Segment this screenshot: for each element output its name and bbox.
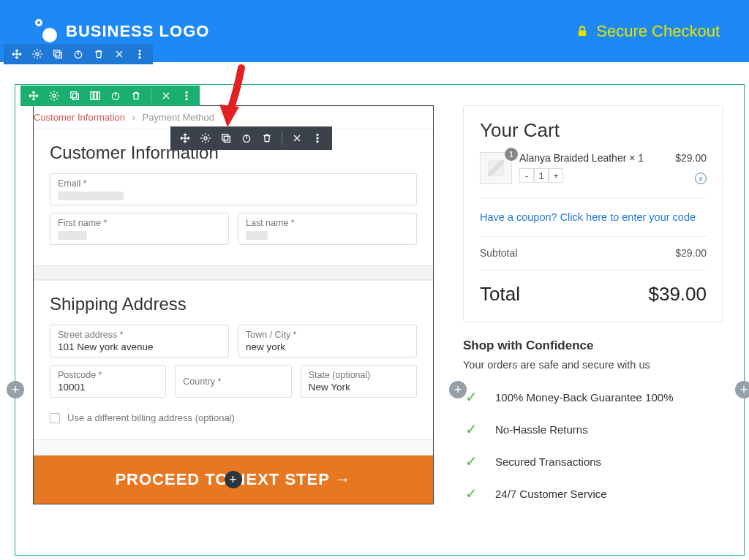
close-icon[interactable] (160, 90, 172, 102)
remove-item-button[interactable]: x (695, 173, 707, 184)
chevron-right-icon: › (132, 112, 135, 123)
check-icon: ✓ (463, 453, 479, 470)
svg-point-24 (317, 141, 318, 143)
move-icon[interactable] (28, 90, 39, 102)
svg-point-16 (186, 95, 187, 97)
power-icon[interactable] (110, 90, 121, 102)
different-billing-checkbox[interactable]: Use a different billing address (optiona… (50, 405, 417, 426)
firstname-field[interactable]: First name * (50, 213, 229, 245)
gear-icon[interactable] (48, 90, 60, 102)
checkout-column[interactable]: Customer Information › Payment Method Cu… (33, 105, 434, 504)
country-field[interactable]: Country * (175, 365, 291, 398)
editor-toolbar-section[interactable] (20, 86, 200, 106)
email-field[interactable]: Email * (50, 173, 417, 205)
benefit-item: ✓Secured Transactions (463, 445, 723, 477)
confidence-block: Shop with Confidence Your orders are saf… (463, 338, 723, 510)
confidence-heading: Shop with Confidence (463, 338, 723, 353)
benefit-item: ✓100% Money-Back Guarantee 100% (463, 381, 723, 413)
svg-rect-10 (72, 94, 78, 99)
svg-point-23 (317, 137, 318, 139)
confidence-sub: Your orders are safe and secure with us (463, 359, 723, 371)
add-element-inline-button[interactable]: + (225, 471, 242, 488)
cart-box: Your Cart 1 Alanya Braided Leather × 1 -… (463, 105, 723, 322)
svg-point-5 (139, 50, 140, 51)
cart-heading: Your Cart (480, 119, 707, 142)
svg-point-6 (139, 53, 140, 55)
check-icon: ✓ (463, 388, 479, 406)
svg-point-18 (204, 137, 207, 140)
postcode-field[interactable]: Postcode * 10001 (50, 365, 166, 398)
add-column-right-button[interactable]: + (735, 381, 749, 398)
qty-minus-button[interactable]: - (519, 168, 534, 183)
subtotal-row: Subtotal $29.00 (480, 237, 707, 270)
svg-rect-2 (54, 50, 60, 56)
close-icon[interactable] (291, 132, 303, 144)
lastname-field[interactable]: Last name * (238, 213, 417, 245)
svg-marker-25 (219, 105, 239, 127)
svg-rect-13 (97, 92, 99, 100)
move-icon[interactable] (179, 132, 191, 144)
columns-icon[interactable] (89, 90, 101, 102)
cart-column: Your Cart 1 Alanya Braided Leather × 1 -… (463, 105, 723, 510)
total-row: Total $39.00 (480, 270, 707, 309)
annotation-arrow-icon (216, 64, 252, 130)
qty-badge: 1 (505, 148, 518, 161)
close-icon[interactable] (113, 48, 125, 60)
svg-rect-19 (222, 135, 228, 140)
benefit-item: ✓24/7 Customer Service (463, 477, 723, 510)
logo-text: BUSINESS LOGO (66, 22, 209, 41)
more-icon[interactable] (134, 48, 146, 60)
lock-icon (576, 25, 589, 38)
check-icon: ✓ (463, 420, 479, 438)
svg-rect-11 (91, 92, 93, 100)
editor-canvas-section[interactable]: + + + Customer Information › Payment Met… (15, 84, 745, 556)
product-name: Alanya Braided Leather × 1 (519, 152, 644, 164)
trash-icon[interactable] (93, 48, 105, 60)
add-column-left-button[interactable]: + (7, 381, 24, 398)
svg-point-22 (317, 134, 318, 135)
svg-rect-20 (224, 136, 230, 142)
svg-point-7 (139, 57, 140, 58)
trash-icon[interactable] (261, 132, 273, 144)
logo-icon (29, 20, 59, 42)
coupon-link[interactable]: Have a coupon? Click here to enter your … (480, 198, 707, 237)
proceed-button[interactable]: PROCEED TO NEXT STEP → + (34, 455, 433, 504)
benefit-item: ✓No-Hassle Returns (463, 413, 723, 445)
quantity-stepper[interactable]: - 1 + (519, 168, 644, 183)
qty-value[interactable]: 1 (534, 168, 549, 183)
street-field[interactable]: Street address * 101 New york avenue (50, 325, 229, 357)
gear-icon[interactable] (200, 132, 211, 144)
svg-point-17 (186, 99, 187, 100)
secure-checkout-badge: Secure Checkout (576, 22, 720, 41)
trash-icon[interactable] (130, 90, 142, 102)
duplicate-icon[interactable] (52, 48, 64, 60)
duplicate-icon[interactable] (220, 132, 232, 144)
move-icon[interactable] (11, 48, 23, 60)
brand-logo: BUSINESS LOGO (29, 20, 209, 42)
svg-point-8 (53, 94, 56, 97)
power-icon[interactable] (72, 48, 84, 60)
svg-point-1 (36, 53, 39, 56)
svg-rect-12 (94, 92, 97, 100)
more-icon[interactable] (181, 90, 192, 102)
breadcrumb-step2[interactable]: Payment Method (143, 112, 214, 123)
check-icon: ✓ (463, 485, 479, 502)
svg-rect-9 (71, 92, 77, 98)
shipping-heading: Shipping Address (50, 294, 417, 314)
svg-rect-3 (56, 52, 61, 58)
gear-icon[interactable] (31, 48, 43, 60)
shipping-panel: Shipping Address Street address * 101 Ne… (34, 280, 433, 439)
editor-toolbar-page[interactable] (4, 44, 153, 64)
power-icon[interactable] (241, 132, 252, 144)
cart-item: 1 Alanya Braided Leather × 1 - 1 + $29.0… (480, 152, 707, 198)
state-field[interactable]: State (optional) New York (301, 365, 417, 398)
town-field[interactable]: Town / City * new york (238, 325, 417, 357)
more-icon[interactable] (312, 132, 323, 144)
svg-point-15 (186, 91, 187, 93)
breadcrumb-step1[interactable]: Customer Information (34, 112, 125, 123)
checkbox-icon[interactable] (50, 413, 60, 423)
duplicate-icon[interactable] (69, 90, 80, 102)
qty-plus-button[interactable]: + (549, 168, 563, 183)
svg-rect-0 (579, 30, 587, 36)
